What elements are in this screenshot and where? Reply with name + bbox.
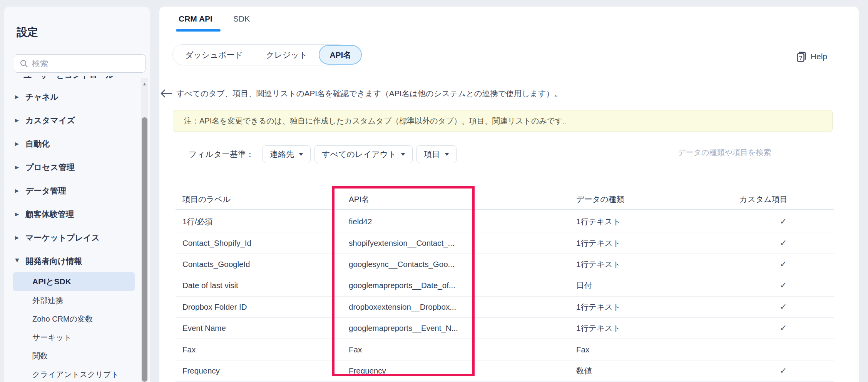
cell-api-name: dropboxextension__Dropbox... [342,302,569,312]
filter-dropdown[interactable]: 連絡先 [263,145,311,163]
check-icon [733,366,834,376]
segment-button[interactable]: API名 [319,45,362,65]
dropdown-value: 連絡先 [270,149,294,160]
sidebar-sub-item-label: クライアントスクリプト [32,369,119,380]
cell-field-label: Event Name [176,324,342,333]
segment-button[interactable]: ダッシュボード [174,45,254,65]
filter-dropdowns: 連絡先 すべてのレイアウト 項目 [263,145,460,163]
cell-data-type: Fax [569,345,733,354]
help-icon: ? [796,50,807,63]
table-column-header: データの種類 [569,194,733,205]
segment-button[interactable]: クレジット [254,45,319,65]
table-body: 1行/必須 field42 1行テキスト Contact_Shopify_Id … [176,211,834,382]
table-search-field[interactable] [662,144,828,161]
dropdown-value: すべてのレイアウト [322,149,396,160]
sidebar-search-box[interactable] [14,54,146,73]
sidebar-scrollbar-thumb[interactable] [142,117,147,382]
table-row[interactable]: Dropbox Folder ID dropboxextension__Drop… [176,297,834,318]
table-row[interactable]: Contact_Shopify_Id shopifyextension__Con… [176,232,834,254]
cell-data-type: 日付 [569,280,733,291]
filter-row: フィルター基準： 連絡先 すべてのレイアウト 項目 [189,145,460,163]
triangle-icon [15,117,20,123]
sidebar-item-clipped[interactable]: ユーザーとコントロール [23,76,131,81]
cell-field-label: Dropbox Folder ID [176,302,342,312]
triangle-icon [15,259,20,264]
cell-api-name: googlesync__Contacts_Goo... [342,260,569,269]
cell-field-label: Date of last visit [176,281,342,290]
tab-sdk[interactable]: SDK [233,7,250,31]
check-icon [733,302,834,312]
cell-field-label: Frequency [176,366,342,375]
triangle-icon [15,141,20,147]
sidebar-sub-item[interactable]: Zoho CRMの変数 [4,310,141,328]
search-icon [20,59,28,68]
filter-label: フィルター基準： [189,149,254,160]
sidebar-menu: チャネル カスタマイズ 自動化 プロセス管理 データ管理 [4,85,141,273]
sidebar-title: 設定 [17,25,38,40]
cell-api-name: Frequency [342,366,569,375]
cell-api-name: googlemapreports__Date_of... [342,281,569,290]
table-column-header: 項目のラベル [176,194,342,205]
sidebar-item[interactable]: マーケットプレイス [4,226,141,249]
api-names-table: 項目のラベル API名 データの種類 カスタム項目 1行/必須 field42 … [176,189,834,382]
cell-data-type: 1行テキスト [569,259,733,270]
sidebar-item[interactable]: チャネル [4,85,141,108]
triangle-icon [15,164,20,170]
view-segmented-control: ダッシュボード クレジット API名 [172,44,349,65]
sidebar-item-label: チャネル [25,92,59,102]
page-description: すべてのタブ、項目、関連リストのAPI名を確認できます（API名は他のシステムと… [176,88,562,99]
triangle-icon [15,94,20,100]
triangle-icon [15,235,20,240]
sidebar-item[interactable]: カスタマイズ [4,108,141,132]
table-row[interactable]: 1行/必須 field42 1行テキスト [176,211,834,232]
svg-text:?: ? [799,55,803,61]
table-header: 項目のラベル API名 データの種類 カスタム項目 [176,189,834,209]
sidebar-item-label: 開発者向け情報 [25,256,82,267]
sidebar-item-label: マーケットプレイス [25,232,100,243]
sidebar-sub-item-label: 外部連携 [32,295,63,306]
sidebar-search-input[interactable] [32,59,140,68]
help-button[interactable]: ? Help [796,50,827,63]
table-row[interactable]: Event Name googlemapreports__Event_N... … [176,318,834,339]
sidebar-item[interactable]: プロセス管理 [4,155,141,179]
caret-down-icon [401,153,405,156]
tabs-bar: CRM API SDK [159,7,859,31]
table-row[interactable]: Contacts_GoogleId googlesync__Contacts_G… [176,254,834,275]
triangle-icon [15,211,20,217]
sidebar-sub-item[interactable]: サーキット [4,328,141,347]
cell-field-label: Contact_Shopify_Id [176,239,342,248]
sidebar-sub-item[interactable]: クライアントスクリプト [4,365,141,382]
cell-field-label: 1行/必須 [176,216,342,227]
table-column-header: カスタム項目 [733,194,834,205]
sidebar-sub-item[interactable]: 外部連携 [4,291,141,310]
sidebar-item-api-sdk[interactable]: APIとSDK [13,272,135,291]
cell-field-label: Fax [176,345,342,354]
triangle-icon [15,188,20,194]
sidebar-item[interactable]: 顧客体験管理 [4,202,141,226]
table-row[interactable]: Frequency Frequency 数値 [176,360,834,382]
table-row[interactable]: Fax Fax Fax [176,339,834,360]
sidebar-sub-item[interactable]: 関数 [4,347,141,365]
filter-dropdown[interactable]: 項目 [416,145,457,163]
sidebar-item[interactable]: 開発者向け情報 [4,249,141,273]
sidebar-item[interactable]: データ管理 [4,179,141,202]
cell-api-name: Fax [342,345,569,354]
sidebar-sub-item-label: サーキット [32,332,72,343]
main-panel: CRM API SDK ダッシュボード クレジット API名 ? Help [159,6,859,382]
sidebar-sub-item-label: Zoho CRMの変数 [32,314,93,324]
check-icon [733,259,834,269]
filter-dropdown[interactable]: すべてのレイアウト [314,145,413,163]
table-search-input[interactable] [662,144,828,161]
page-description-row: すべてのタブ、項目、関連リストのAPI名を確認できます（API名は他のシステムと… [160,88,562,99]
sidebar-scroll-up-icon[interactable]: ▲ [142,81,147,87]
table-row[interactable]: Date of last visit googlemapreports__Dat… [176,275,834,296]
sidebar-item[interactable]: 自動化 [4,132,141,155]
back-arrow-icon[interactable] [160,89,172,98]
tab-crm-api[interactable]: CRM API [179,7,212,31]
cell-data-type: 1行テキスト [569,238,733,249]
note-banner: 注：API名を変更できるのは、独自に作成したカスタムタブ（標準以外のタブ）、項目… [173,110,833,132]
cell-api-name: shopifyextension__Contact_... [342,239,569,248]
sidebar-item-label: カスタマイズ [25,115,75,126]
sidebar-item-label: 顧客体験管理 [25,209,74,220]
cell-field-label: Contacts_GoogleId [176,260,342,269]
